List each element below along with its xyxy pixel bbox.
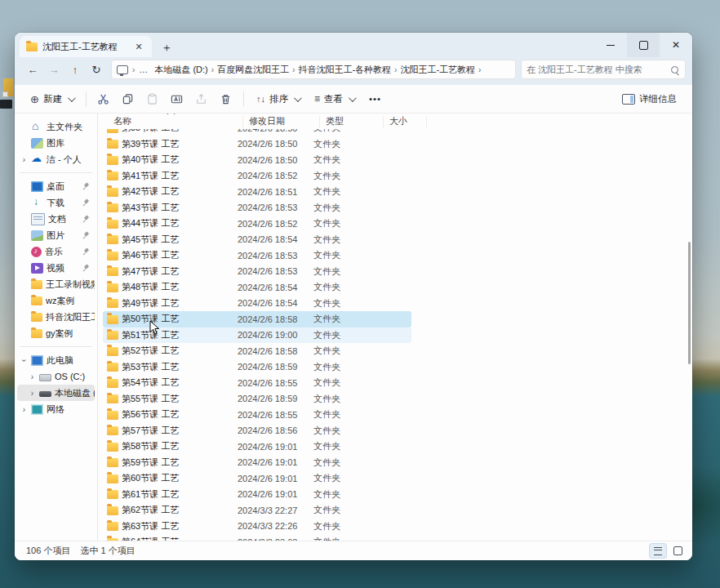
refresh-icon[interactable]: ↻	[87, 60, 106, 78]
search-icon[interactable]	[671, 66, 678, 74]
sort-button[interactable]: ↑↓ 排序	[251, 90, 305, 109]
sidebar-item[interactable]: › 洁 - 个人	[17, 151, 95, 167]
new-button[interactable]: ⊕ 新建	[24, 90, 79, 109]
sidebar-item[interactable]: 图片	[17, 227, 95, 243]
file-row[interactable]: 第61节课 工艺 2024/2/6 19:01 文件夹	[103, 487, 411, 503]
chevron-icon[interactable]: ›	[29, 372, 36, 381]
toolbar-divider	[86, 91, 87, 106]
copy-icon[interactable]	[118, 89, 139, 109]
chevron-icon[interactable]: ›	[20, 357, 29, 364]
file-date: 2024/2/6 18:50	[238, 155, 313, 165]
sidebar-item[interactable]: 音乐	[17, 243, 95, 260]
chevron-icon[interactable]: ›	[20, 155, 28, 164]
cut-icon[interactable]	[93, 89, 114, 109]
sidebar-item[interactable]: 图库	[17, 135, 95, 151]
more-options-button[interactable]: •••	[363, 91, 387, 107]
file-row[interactable]: 第41节课 工艺 2024/2/6 18:52 文件夹	[103, 168, 411, 185]
sidebar-item[interactable]: › 本地磁盘 (D:)	[17, 385, 95, 401]
file-name: 第42节课 工艺	[122, 185, 238, 198]
rename-icon[interactable]	[167, 89, 188, 109]
details-pane-button[interactable]: 详细信息	[616, 90, 682, 109]
share-icon[interactable]	[191, 89, 212, 109]
file-row[interactable]: 第59节课 工艺 2024/2/6 19:01 文件夹	[103, 455, 411, 471]
large-icons-view-button[interactable]	[669, 544, 686, 558]
forward-icon[interactable]: →	[44, 60, 64, 78]
chevron-icon[interactable]: ›	[20, 405, 28, 414]
sidebar-item[interactable]: 主文件夹	[17, 118, 95, 135]
sidebar-item[interactable]: 视频	[17, 260, 95, 276]
folder-icon	[26, 42, 38, 51]
sidebar-item[interactable]: 王工录制视频	[17, 276, 95, 292]
sidebar-item[interactable]: › OS (C:)	[17, 368, 95, 385]
sidebar-item[interactable]: 抖音沈阳王工-各种	[17, 309, 95, 325]
up-icon[interactable]: ↑	[65, 60, 85, 78]
column-header-date[interactable]: 修改日期	[243, 116, 320, 127]
file-row[interactable]: 第42节课 工艺 2024/2/6 18:51 文件夹	[103, 184, 411, 200]
sidebar-item[interactable]: gy案例	[17, 325, 95, 341]
explorer-tab[interactable]: 沈阳王工-工艺教程 ✕	[20, 36, 152, 57]
chevron-icon[interactable]: ›	[29, 389, 36, 398]
pin-icon	[84, 216, 91, 222]
file-row[interactable]: 第60节课 工艺 2024/2/6 19:01 文件夹	[103, 470, 411, 487]
sidebar-item[interactable]: 下载	[17, 194, 95, 211]
file-row[interactable]: 第43节课 工艺 2024/2/6 18:53 文件夹	[103, 200, 411, 216]
file-row[interactable]: 第40节课 工艺 2024/2/6 18:50 文件夹	[103, 152, 411, 168]
sidebar-item-label: 音乐	[45, 246, 63, 258]
file-type: 文件夹	[313, 170, 411, 182]
sidebar-item[interactable]: 文档	[17, 211, 95, 227]
file-date: 2024/2/6 19:00	[238, 330, 313, 340]
file-row[interactable]: 第38节课 工艺 2024/2/6 18:50 文件夹	[103, 129, 411, 136]
file-row[interactable]: 第57节课 工艺 2024/2/6 18:56 文件夹	[103, 423, 411, 439]
search-box[interactable]: 在 沈阳王工-工艺教程 中搜索	[521, 60, 686, 79]
view-button[interactable]: ≡ 查看	[309, 90, 360, 109]
paste-icon[interactable]	[142, 89, 163, 109]
delete-icon[interactable]	[216, 89, 237, 109]
breadcrumb-item[interactable]: 沈阳王工-工艺教程	[398, 63, 478, 77]
file-row[interactable]: 第56节课 工艺 2024/2/6 18:55 文件夹	[103, 407, 411, 423]
address-bar[interactable]: › … 本地磁盘 (D:)›百度网盘沈阳王工›抖音沈阳王工-各种教程›沈阳王工-…	[111, 60, 516, 79]
maximize-button[interactable]	[627, 33, 660, 57]
breadcrumb-item[interactable]: 本地磁盘 (D:)	[152, 63, 210, 77]
file-row[interactable]: 第39节课 工艺 2024/2/6 18:50 文件夹	[103, 136, 411, 153]
sidebar-item[interactable]: › 网络	[17, 401, 95, 417]
minimize-button[interactable]	[594, 33, 627, 57]
file-row[interactable]: 第48节课 工艺 2024/2/6 18:54 文件夹	[103, 279, 411, 296]
file-name: 第52节课 工艺	[122, 345, 238, 357]
tab-close-icon[interactable]: ✕	[132, 40, 145, 53]
sidebar-item-label: 主文件夹	[47, 121, 82, 133]
back-icon[interactable]: ←	[23, 60, 42, 78]
sidebar-item[interactable]: 桌面	[17, 178, 95, 194]
close-button[interactable]: ✕	[660, 33, 692, 57]
column-header-size[interactable]: 大小	[384, 116, 427, 127]
file-row[interactable]: 第49节课 工艺 2024/2/6 18:54 文件夹	[103, 296, 411, 312]
breadcrumb-item[interactable]: 百度网盘沈阳王工	[215, 63, 291, 77]
file-row[interactable]: 第46节课 工艺 2024/2/6 18:53 文件夹	[103, 247, 411, 264]
sidebar-item-label: 网络	[47, 403, 64, 416]
breadcrumb-item[interactable]: 抖音沈阳王工-各种教程	[296, 63, 393, 77]
file-row[interactable]: 第64节课 工艺 2024/3/3 23:08 文件夹	[103, 534, 411, 541]
file-row[interactable]: 第44节课 工艺 2024/2/6 18:52 文件夹	[103, 216, 411, 232]
file-row[interactable]: 第51节课 工艺 2024/2/6 19:00 文件夹	[103, 327, 411, 344]
file-row[interactable]: 第63节课 工艺 2024/3/3 22:26 文件夹	[103, 519, 411, 535]
desktop-shortcut[interactable]	[0, 78, 13, 111]
column-header-type[interactable]: 类型	[320, 116, 384, 127]
details-view-button[interactable]	[650, 544, 666, 558]
vertical-scrollbar[interactable]	[688, 242, 691, 364]
file-row[interactable]: 第47节课 工艺 2024/2/6 18:53 文件夹	[103, 264, 411, 280]
breadcrumb-overflow[interactable]: …	[139, 65, 149, 74]
file-date: 2024/3/3 22:26	[238, 521, 313, 531]
file-row[interactable]: 第62节课 工艺 2024/3/3 22:27 文件夹	[103, 502, 411, 519]
new-tab-button[interactable]: ＋	[157, 39, 176, 57]
file-row[interactable]: 第50节课 工艺 2024/2/6 18:58 文件夹	[103, 311, 411, 327]
sidebar-item[interactable]: › 此电脑	[17, 352, 95, 368]
file-row[interactable]: 第54节课 工艺 2024/2/6 18:55 文件夹	[103, 375, 411, 391]
folder-icon	[107, 363, 118, 372]
file-row[interactable]: 第52节课 工艺 2024/2/6 18:58 文件夹	[103, 343, 411, 359]
file-row[interactable]: 第45节课 工艺 2024/2/6 18:54 文件夹	[103, 232, 411, 248]
file-row[interactable]: 第55节课 工艺 2024/2/6 18:59 文件夹	[103, 391, 411, 408]
file-row[interactable]: 第58节课 工艺 2024/2/6 19:01 文件夹	[103, 439, 411, 455]
chevron-down-icon	[349, 94, 357, 102]
file-row[interactable]: 第53节课 工艺 2024/2/6 18:59 文件夹	[103, 359, 411, 376]
sidebar-item[interactable]: wz案例	[17, 292, 95, 309]
column-header-name[interactable]: 名称	[103, 116, 243, 127]
